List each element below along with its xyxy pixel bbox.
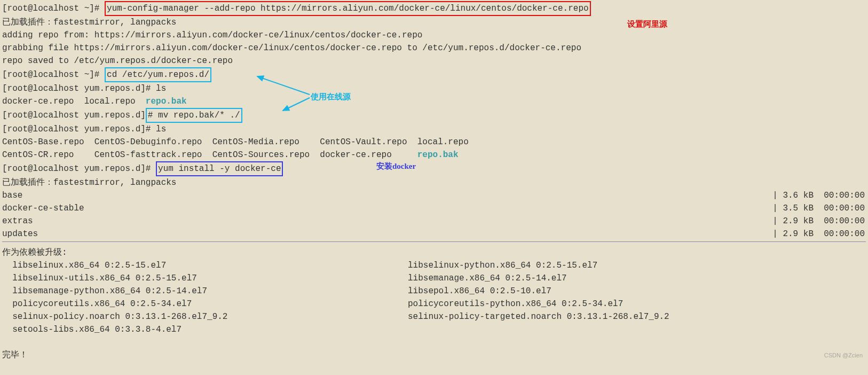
repo-row: extras| 2.9 kB 00:00:00 — [2, 215, 866, 228]
terminal-line: [root@localhost ~]# cd /etc/yum.repos.d/ — [2, 67, 866, 82]
dep-item: libsepol.x86_64 0:2.5-10.el7 — [408, 285, 866, 298]
command-cd: cd /etc/yum.repos.d/ — [105, 67, 211, 82]
annotation-blue: 安装docker — [376, 160, 416, 173]
terminal-line: 已加载插件：fastestmirror, langpacks — [2, 176, 866, 189]
dep-item: libselinux-python.x86_64 0:2.5-15.el7 — [408, 259, 866, 272]
prompt: [root@localhost ~]# — [2, 70, 105, 80]
dep-item: selinux-policy-targeted.noarch 0:3.13.1-… — [408, 310, 866, 323]
repo-row: updates| 2.9 kB 00:00:00 — [2, 228, 866, 240]
terminal-line: [root@localhost yum.repos.d]# ls — [2, 123, 866, 136]
terminal-line: CentOS-Base.repo CentOS-Debuginfo.repo C… — [2, 136, 866, 149]
prompt: [root@localhost yum.repos.d]# — [2, 84, 156, 93]
dep-item: setools-libs.x86_64 0:3.3.8-4.el7 — [2, 323, 408, 336]
dep-item: libsemanage.x86_64 0:2.5-14.el7 — [408, 272, 866, 285]
terminal-line: [root@localhost yum.repos.d]# ls — [2, 82, 866, 95]
terminal-line: 已加载插件：fastestmirror, langpacks — [2, 16, 866, 29]
command-ls: ls — [156, 84, 166, 93]
annotation-red: 设置阿里源 — [627, 18, 667, 30]
command-mv: # mv repo.bak/* ./ — [146, 108, 242, 123]
prompt-partial: [root@localhost yum.repos.d] — [2, 111, 146, 120]
watermark: CSDN @Zcien — [824, 351, 863, 360]
dep-item: libsemanage-python.x86_64 0:2.5-14.el7 — [2, 285, 408, 298]
done-line: 完毕！ — [2, 349, 866, 362]
annotation-cyan: 使用在线源 — [311, 91, 351, 103]
repo-row: base| 3.6 kB 00:00:00 — [2, 189, 866, 202]
prompt: [root@localhost yum.repos.d]# — [2, 164, 156, 174]
deps-columns: libselinux.x86_64 0:2.5-15.el7 libselinu… — [2, 259, 866, 336]
terminal-line: [root@localhost yum.repos.d]# mv repo.ba… — [2, 108, 866, 123]
terminal-line: CentOS-CR.repo CentOS-fasttrack.repo Cen… — [2, 149, 866, 161]
terminal-line: grabbing file https://mirrors.aliyun.com… — [2, 42, 866, 54]
terminal-line: [root@localhost ~]# yum-config-manager -… — [2, 1, 866, 16]
blank-line — [2, 336, 866, 349]
dep-item: policycoreutils-python.x86_64 0:2.5-34.e… — [408, 298, 866, 310]
terminal-line: adding repo from: https://mirrors.aliyun… — [2, 29, 866, 42]
dep-item: selinux-policy.noarch 0:3.13.1-268.el7_9… — [2, 310, 408, 323]
command-install: yum install -y docker-ce — [156, 161, 283, 176]
command-add-repo: yum-config-manager --add-repo https://mi… — [105, 1, 591, 16]
terminal-line: [root@localhost yum.repos.d]# yum instal… — [2, 161, 866, 176]
deps-header: 作为依赖被升级: — [2, 246, 866, 259]
terminal-line: repo saved to /etc/yum.repos.d/docker-ce… — [2, 54, 866, 67]
command-ls: ls — [156, 124, 166, 134]
terminal-line: docker-ce.repo local.repo repo.bak — [2, 95, 866, 108]
separator — [2, 241, 866, 242]
dir-repo-bak: repo.bak — [417, 150, 459, 160]
dep-item: libselinux-utils.x86_64 0:2.5-15.el7 — [2, 272, 408, 285]
dep-item: libselinux.x86_64 0:2.5-15.el7 — [2, 259, 408, 272]
dep-item: policycoreutils.x86_64 0:2.5-34.el7 — [2, 298, 408, 310]
prompt: [root@localhost ~]# — [2, 4, 105, 13]
ls-output: docker-ce.repo local.repo — [2, 97, 146, 106]
dir-repo-bak: repo.bak — [146, 97, 187, 106]
repo-row: docker-ce-stable| 3.5 kB 00:00:00 — [2, 202, 866, 215]
prompt: [root@localhost yum.repos.d]# — [2, 124, 156, 134]
